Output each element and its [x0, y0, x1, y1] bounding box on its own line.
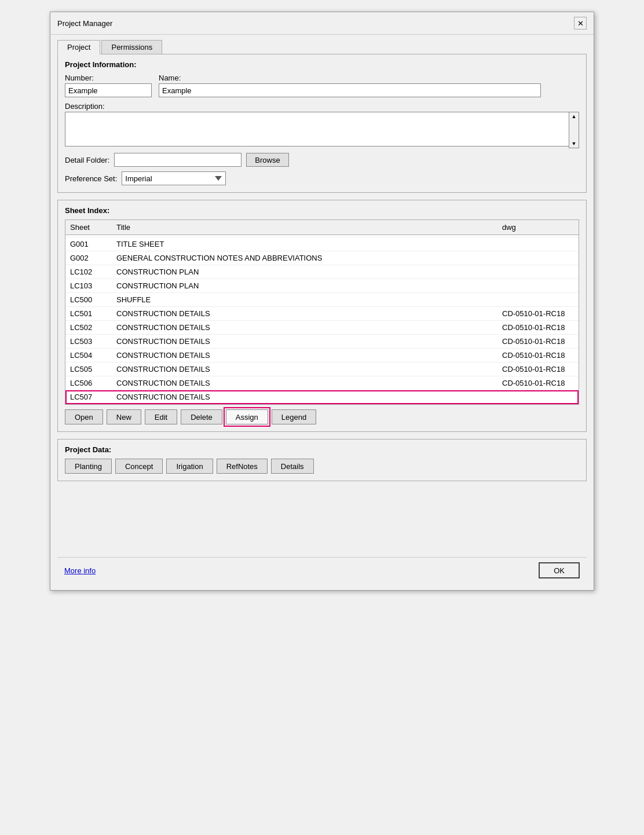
detail-folder-label: Detail Folder: — [65, 156, 109, 164]
open-button[interactable]: Open — [65, 409, 103, 424]
project-data-buttons: Planting Concept Irigation RefNotes Deta… — [65, 459, 579, 474]
edit-button[interactable]: Edit — [145, 409, 177, 424]
title-cell: TITLE SHEET — [112, 239, 497, 250]
dwg-cell — [497, 285, 579, 287]
name-group: Name: — [159, 74, 541, 97]
description-input[interactable] — [65, 112, 579, 147]
dwg-cell — [497, 299, 579, 301]
table-row[interactable]: LC504CONSTRUCTION DETAILSCD-0510-01-RC18 — [65, 349, 579, 362]
title-cell: DEMOLITION PLAN — [112, 235, 497, 236]
sheet-cell: DM101 — [65, 235, 112, 236]
preference-select[interactable]: Imperial Metric — [122, 171, 226, 185]
title-cell: CONSTRUCTION DETAILS — [112, 308, 497, 319]
sheet-cell: LC507 — [65, 391, 112, 402]
scroll-down-arrow[interactable]: ▼ — [569, 140, 579, 148]
sheet-buttons: Open New Edit Delete Assign Legend — [65, 409, 579, 424]
sheet-cell: LC501 — [65, 308, 112, 319]
table-row[interactable]: LC503CONSTRUCTION DETAILSCD-0510-01-RC18 — [65, 335, 579, 349]
title-cell: CONSTRUCTION DETAILS — [112, 350, 497, 361]
dwg-cell: CD-0510-01-RC18 — [497, 350, 579, 361]
sheet-table: Sheet Title dwg DM001DEMOLITION NOTESDM1… — [65, 219, 579, 405]
title-cell: CONSTRUCTION PLAN — [112, 266, 497, 277]
refnotes-button[interactable]: RefNotes — [217, 459, 268, 474]
sheet-table-header: Sheet Title dwg — [65, 220, 579, 235]
title-cell: CONSTRUCTION DETAILS — [112, 336, 497, 347]
sheet-table-body[interactable]: DM001DEMOLITION NOTESDM101DEMOLITION PLA… — [65, 235, 579, 404]
number-input[interactable] — [65, 83, 152, 97]
dwg-cell: CD-0510-01-RC18 — [497, 322, 579, 333]
col-title-header: Title — [112, 222, 497, 233]
description-label: Description: — [65, 102, 579, 111]
table-row[interactable]: LC103CONSTRUCTION PLAN — [65, 279, 579, 293]
table-row[interactable]: LC500SHUFFLE — [65, 293, 579, 307]
dialog-footer: More info OK — [57, 557, 587, 583]
sheet-cell: LC502 — [65, 322, 112, 333]
concept-button[interactable]: Concept — [115, 459, 163, 474]
dwg-cell — [497, 243, 579, 246]
sheet-cell: LC503 — [65, 336, 112, 347]
title-cell: CONSTRUCTION DETAILS — [112, 378, 497, 389]
table-row[interactable]: LC502CONSTRUCTION DETAILSCD-0510-01-RC18 — [65, 321, 579, 335]
title-cell: CONSTRUCTION PLAN — [112, 280, 497, 291]
scroll-up-arrow[interactable]: ▲ — [569, 112, 579, 120]
project-data-section: Project Data: Planting Concept Irigation… — [57, 439, 587, 481]
new-button[interactable]: New — [107, 409, 141, 424]
ok-button[interactable]: OK — [539, 562, 580, 578]
table-row[interactable]: G001TITLE SHEET — [65, 237, 579, 251]
number-name-row: Number: Name: — [65, 74, 579, 97]
dwg-cell: CD-0510-01-RC18 — [497, 364, 579, 375]
description-wrapper: ▲ ▼ — [65, 112, 579, 148]
detail-folder-input[interactable] — [114, 153, 241, 167]
preference-label: Preference Set: — [65, 174, 117, 183]
tab-project[interactable]: Project — [57, 40, 100, 54]
dwg-cell — [497, 257, 579, 259]
delete-button[interactable]: Delete — [181, 409, 222, 424]
col-dwg-header: dwg — [497, 222, 579, 233]
project-information-title: Project Information: — [65, 60, 579, 69]
sheet-index-title: Sheet Index: — [65, 206, 579, 215]
close-button[interactable]: ✕ — [574, 17, 587, 30]
preference-set-row: Preference Set: Imperial Metric — [65, 171, 579, 185]
assign-button[interactable]: Assign — [226, 409, 268, 424]
legend-button[interactable]: Legend — [272, 409, 316, 424]
project-data-title: Project Data: — [65, 445, 579, 454]
project-information-section: Project Information: Number: Name: Descr… — [57, 54, 587, 193]
table-row[interactable]: G002GENERAL CONSTRUCTION NOTES AND ABBRE… — [65, 251, 579, 265]
dialog-title: Project Manager — [57, 19, 112, 28]
table-row[interactable]: LC501CONSTRUCTION DETAILSCD-0510-01-RC18 — [65, 307, 579, 321]
dwg-cell — [497, 271, 579, 273]
dialog-body: Project Permissions Project Information:… — [50, 35, 594, 590]
table-row[interactable]: LC507CONSTRUCTION DETAILS — [65, 390, 579, 404]
name-input[interactable] — [159, 83, 541, 97]
name-label: Name: — [159, 74, 541, 82]
table-row[interactable]: LC505CONSTRUCTION DETAILSCD-0510-01-RC18 — [65, 362, 579, 376]
description-group: Description: ▲ ▼ — [65, 102, 579, 148]
tabs-bar: Project Permissions — [57, 39, 587, 54]
table-row[interactable]: LC506CONSTRUCTION DETAILSCD-0510-01-RC18 — [65, 376, 579, 390]
more-info-link[interactable]: More info — [64, 566, 96, 575]
title-cell: SHUFFLE — [112, 294, 497, 305]
sheet-cell: G001 — [65, 239, 112, 250]
sheet-cell: LC506 — [65, 378, 112, 389]
project-manager-dialog: Project Manager ✕ Project Permissions Pr… — [50, 12, 594, 591]
sheet-cell: LC103 — [65, 280, 112, 291]
sheet-cell: LC505 — [65, 364, 112, 375]
dwg-cell — [497, 396, 579, 398]
description-scrollbar: ▲ ▼ — [569, 112, 579, 148]
number-group: Number: — [65, 74, 152, 97]
title-cell: CONSTRUCTION DETAILS — [112, 322, 497, 333]
dwg-cell: CD-0510-01-RC18 — [497, 378, 579, 389]
planting-button[interactable]: Planting — [65, 459, 112, 474]
dwg-cell: CD-0510-01-RC18 — [497, 336, 579, 347]
dwg-cell: CD-0510-01-RC18 — [497, 308, 579, 319]
tab-permissions[interactable]: Permissions — [101, 40, 162, 54]
title-cell: CONSTRUCTION DETAILS — [112, 364, 497, 375]
col-sheet-header: Sheet — [65, 222, 112, 233]
table-row[interactable]: LC102CONSTRUCTION PLAN — [65, 265, 579, 279]
details-button[interactable]: Details — [271, 459, 314, 474]
sheet-cell: LC500 — [65, 294, 112, 305]
browse-button[interactable]: Browse — [246, 153, 288, 167]
title-cell: GENERAL CONSTRUCTION NOTES AND ABBREVIAT… — [112, 252, 497, 263]
irrigation-button[interactable]: Irigation — [166, 459, 213, 474]
sheet-cell: LC504 — [65, 350, 112, 361]
